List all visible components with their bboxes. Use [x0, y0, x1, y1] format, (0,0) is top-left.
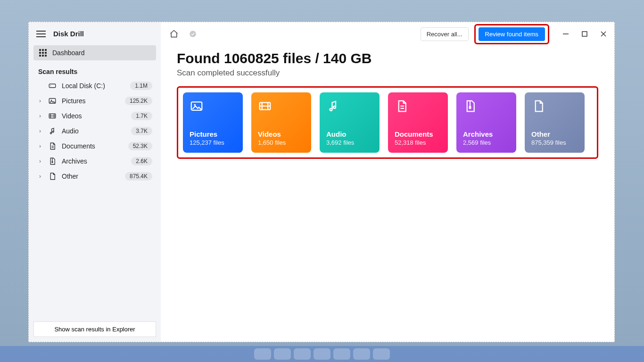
card-count: 3,692 files — [326, 139, 373, 146]
svg-point-1 — [50, 85, 51, 86]
card-title: Archives — [463, 130, 510, 138]
pictures-icon — [190, 99, 236, 118]
sidebar-item-label: Archives — [62, 157, 126, 165]
review-found-items-button[interactable]: Review found items — [479, 27, 545, 41]
chevron-right-icon: › — [37, 128, 43, 134]
chevron-right-icon: › — [37, 113, 43, 119]
sidebar-item-label: Local Disk (C:) — [62, 82, 125, 90]
sidebar-item-label: Documents — [62, 142, 124, 150]
svg-rect-30 — [470, 107, 471, 108]
card-pictures[interactable]: Pictures125,237 files — [183, 92, 243, 153]
dashboard-icon — [39, 49, 47, 57]
card-title: Videos — [258, 130, 305, 138]
app-window: Disk Drill Dashboard Scan results Local … — [28, 22, 615, 342]
category-cards: Pictures125,237 filesVideos1,650 filesAu… — [177, 86, 598, 159]
check-badge-icon[interactable] — [186, 27, 199, 41]
svg-point-9 — [52, 131, 54, 132]
pictures-icon — [48, 97, 57, 105]
sidebar-item-count: 125.2K — [125, 97, 152, 105]
close-button[interactable] — [599, 30, 608, 38]
home-icon[interactable] — [167, 27, 181, 41]
sidebar-item-pictures[interactable]: ›Pictures125.2K — [33, 93, 156, 108]
sidebar-item-label: Other — [62, 173, 120, 180]
menu-icon[interactable] — [36, 31, 46, 37]
sidebar-item-label: Dashboard — [52, 49, 85, 57]
svg-point-14 — [190, 31, 196, 37]
sidebar-tree: Local Disk (C:)1.1M›Pictures125.2K›Video… — [29, 78, 161, 184]
card-archives[interactable]: Archives2,569 files — [456, 92, 516, 153]
taskbar — [0, 346, 644, 362]
documents-icon — [395, 99, 441, 118]
sidebar-item-label: Pictures — [62, 97, 120, 105]
sidebar-item-count: 875.4K — [125, 172, 152, 181]
card-other[interactable]: Other875,359 files — [525, 92, 585, 153]
svg-rect-13 — [52, 162, 53, 163]
card-count: 125,237 files — [190, 139, 236, 146]
archives-icon — [463, 99, 510, 118]
sidebar-item-count: 1.7K — [131, 112, 152, 120]
sidebar-item-videos[interactable]: ›Videos1.7K — [33, 108, 156, 123]
sidebar-item-archives[interactable]: ›Archives2.6K — [33, 154, 156, 169]
disk-icon — [48, 82, 57, 90]
sidebar-item-audio[interactable]: ›Audio3.7K — [33, 123, 156, 139]
sidebar-header: Disk Drill — [29, 22, 161, 42]
review-highlight: Review found items — [474, 24, 549, 44]
svg-rect-16 — [582, 32, 587, 36]
sidebar: Disk Drill Dashboard Scan results Local … — [29, 22, 161, 342]
card-count: 875,359 files — [531, 139, 578, 146]
sidebar-item-dashboard[interactable]: Dashboard — [33, 45, 156, 60]
show-in-explorer-button[interactable]: Show scan results in Explorer — [33, 321, 156, 337]
chevron-right-icon: › — [37, 98, 43, 104]
sidebar-item-label: Audio — [62, 127, 126, 135]
minimize-button[interactable] — [561, 30, 570, 38]
audio-icon — [48, 127, 57, 135]
audio-icon — [326, 99, 373, 118]
card-title: Audio — [326, 130, 373, 138]
card-title: Pictures — [190, 130, 236, 138]
sidebar-item-count: 1.1M — [130, 82, 152, 90]
svg-point-26 — [333, 106, 336, 108]
documents-icon — [48, 142, 57, 150]
sidebar-item-count: 2.6K — [131, 157, 152, 165]
svg-point-8 — [50, 132, 52, 134]
other-icon — [48, 172, 57, 181]
content: Found 1060825 files / 140 GB Scan comple… — [161, 46, 614, 164]
chevron-right-icon: › — [37, 143, 43, 149]
card-audio[interactable]: Audio3,692 files — [320, 92, 380, 153]
summary-subtext: Scan completed successfully — [177, 68, 598, 78]
videos-icon — [48, 112, 57, 120]
chevron-right-icon: › — [37, 158, 43, 165]
sidebar-section-title: Scan results — [29, 60, 161, 78]
sidebar-item-label: Videos — [62, 112, 126, 120]
archives-icon — [48, 157, 57, 165]
card-title: Documents — [395, 130, 441, 138]
sidebar-item-count: 52.3K — [128, 142, 152, 150]
toolbar: Recover all... Review found items — [161, 22, 614, 46]
maximize-button[interactable] — [580, 30, 589, 38]
window-controls — [561, 30, 608, 38]
card-title: Other — [531, 130, 578, 138]
svg-point-25 — [330, 108, 332, 111]
sidebar-item-other[interactable]: ›Other875.4K — [33, 169, 156, 184]
main-panel: Recover all... Review found items Found … — [161, 22, 614, 342]
sidebar-item-documents[interactable]: ›Documents52.3K — [33, 139, 156, 154]
card-videos[interactable]: Videos1,650 files — [251, 92, 311, 153]
card-count: 52,318 files — [395, 139, 441, 146]
app-title: Disk Drill — [53, 30, 84, 38]
other-icon — [531, 99, 578, 118]
sidebar-item-count: 3.7K — [131, 127, 152, 135]
card-count: 2,569 files — [463, 139, 510, 146]
card-documents[interactable]: Documents52,318 files — [388, 92, 448, 153]
card-count: 1,650 files — [258, 139, 305, 146]
svg-rect-0 — [49, 84, 56, 88]
videos-icon — [258, 99, 305, 118]
chevron-right-icon: › — [37, 173, 43, 180]
sidebar-item-local-disk-c-[interactable]: Local Disk (C:)1.1M — [33, 78, 156, 93]
summary-headline: Found 1060825 files / 140 GB — [177, 50, 598, 66]
recover-all-button[interactable]: Recover all... — [421, 27, 469, 41]
